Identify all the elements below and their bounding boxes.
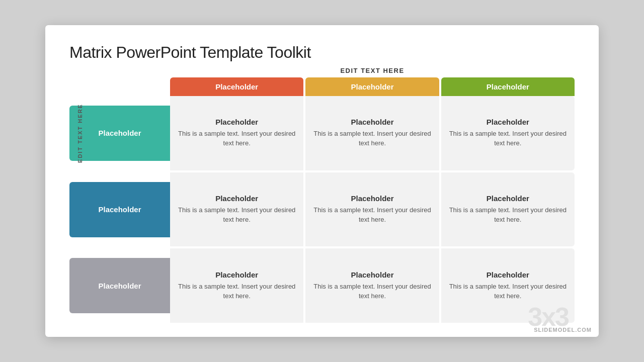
cell-title-0-2: Placeholder [487,118,529,126]
cell-text-1-0: This is a sample text. Insert your desir… [175,206,298,225]
cell-text-0-2: This is a sample text. Insert your desir… [446,129,570,148]
branding-watermark: SLIDEMODEL.COM [534,327,592,333]
row-edit-label: EDIT TEXT HERE [77,104,83,163]
cell-0-0: Placeholder This is a sample text. Inser… [170,96,303,170]
cell-title-1-2: Placeholder [487,194,529,203]
row-label-2: Placeholder [69,258,170,313]
cell-title-0-0: Placeholder [215,118,258,126]
cell-text-0-1: This is a sample text. Insert your desir… [310,129,434,148]
cell-text-1-2: This is a sample text. Insert your desir… [446,206,570,225]
cell-title-1-1: Placeholder [351,194,393,203]
cell-2-1: Placeholder This is a sample text. Inser… [305,248,439,323]
slide-title: Matrix PowerPoint Template Toolkit [69,43,575,62]
col-header-1: Placeholder [305,77,439,96]
col-header-0: Placeholder [170,77,303,96]
cell-0-2: Placeholder This is a sample text. Inser… [441,96,575,170]
cell-text-2-1: This is a sample text. Insert your desir… [310,282,434,301]
row-label-wrapper-2: Placeholder [69,248,170,323]
cell-text-1-1: This is a sample text. Insert your desir… [310,206,434,225]
cell-title-2-0: Placeholder [215,270,258,279]
cell-1-1: Placeholder This is a sample text. Inser… [305,172,439,247]
row-label-wrapper-1: Placeholder [69,172,170,247]
cell-1-2: Placeholder This is a sample text. Inser… [441,172,575,247]
cell-0-1: Placeholder This is a sample text. Inser… [305,96,439,170]
cell-text-0-0: This is a sample text. Insert your desir… [175,129,298,148]
matrix-row-0: Placeholder This is a sample text. Inser… [170,96,575,170]
matrix-cells: Placeholder This is a sample text. Inser… [170,96,575,323]
cell-1-0: Placeholder This is a sample text. Inser… [170,172,303,247]
slide: Matrix PowerPoint Template Toolkit EDIT … [45,25,599,337]
cell-title-1-0: Placeholder [215,194,258,203]
matrix-body: EDIT TEXT HERE Placeholder Placeholder P… [69,96,575,323]
matrix-area: EDIT TEXT HERE Placeholder Placeholder P… [69,67,575,323]
row-label-1: Placeholder [69,182,170,237]
col-header-row: Placeholder Placeholder Placeholder [170,77,575,96]
cell-title-0-1: Placeholder [351,118,393,126]
cell-2-0: Placeholder This is a sample text. Inser… [170,248,303,323]
col-header-2: Placeholder [441,77,575,96]
cell-title-2-2: Placeholder [487,270,529,279]
cell-title-2-1: Placeholder [351,270,393,279]
matrix-row-2: Placeholder This is a sample text. Inser… [170,248,575,323]
row-label-wrapper-0: EDIT TEXT HERE Placeholder [69,96,170,170]
cell-text-2-2: This is a sample text. Insert your desir… [446,282,570,301]
col-edit-label: EDIT TEXT HERE [170,67,575,74]
matrix-row-1: Placeholder This is a sample text. Inser… [170,172,575,247]
row-label-col: EDIT TEXT HERE Placeholder Placeholder P… [69,96,170,323]
cell-text-2-0: This is a sample text. Insert your desir… [175,282,298,301]
row-label-0: Placeholder [69,106,170,161]
col-headers: Placeholder Placeholder Placeholder [170,77,575,96]
